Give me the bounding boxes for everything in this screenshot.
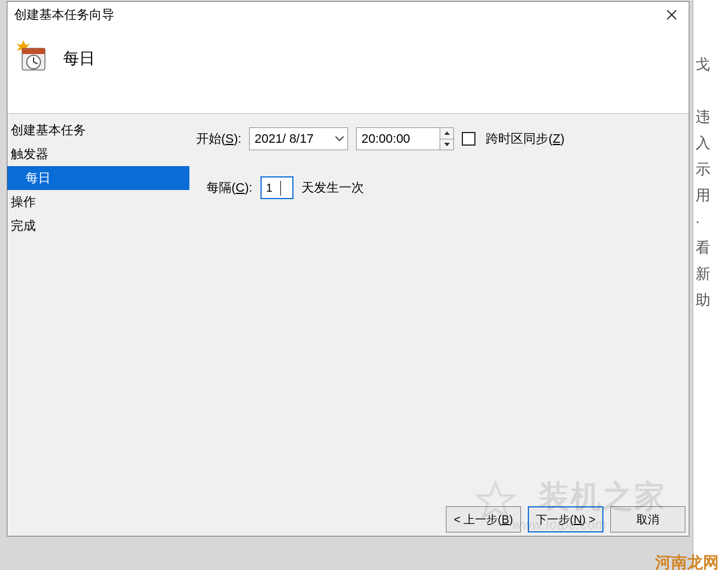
wizard-dialog: 创建基本任务向导 每日 <box>7 1 689 536</box>
time-picker[interactable]: 20:00:00 <box>356 127 454 150</box>
wizard-icon <box>15 39 48 72</box>
banner-title: 每日 <box>63 48 95 69</box>
step-trigger[interactable]: 触发器 <box>7 142 189 166</box>
recur-row: 每隔(C): 1 天发生一次 <box>196 176 680 199</box>
step-finish[interactable]: 完成 <box>7 214 189 238</box>
time-value: 20:00:00 <box>361 131 410 146</box>
next-button[interactable]: 下一步(N) > <box>528 506 603 532</box>
date-value: 2021/ 8/17 <box>254 131 313 146</box>
back-underline: B <box>502 513 509 526</box>
recur-label-underline: C <box>235 180 245 195</box>
recur-label-pre: 每隔( <box>206 180 235 195</box>
footer-buttons: < 上一步(B) 下一步(N) > 取消 <box>446 506 685 532</box>
banner: 每日 <box>7 28 689 113</box>
start-row: 开始(S): 2021/ 8/17 20:00:00 <box>196 127 680 150</box>
sync-label-underline: Z <box>553 131 560 146</box>
start-label-pre: 开始( <box>196 131 225 146</box>
svg-marker-8 <box>444 131 450 135</box>
step-daily[interactable]: 每日 <box>7 166 189 190</box>
recur-suffix: 天发生一次 <box>301 179 364 196</box>
wizard-content: 开始(S): 2021/ 8/17 20:00:00 <box>189 114 689 536</box>
cancel-button[interactable]: 取消 <box>610 506 685 532</box>
back-pre: < 上一步( <box>454 512 502 527</box>
start-label-underline: S <box>225 131 234 146</box>
window-title: 创建基本任务向导 <box>14 6 114 23</box>
spinner-up-button[interactable] <box>440 128 453 139</box>
start-label: 开始(S): <box>196 130 241 147</box>
back-button[interactable]: < 上一步(B) <box>446 506 521 532</box>
triangle-up-icon <box>444 131 450 135</box>
next-pre: 下一步( <box>536 512 574 527</box>
watermark-site: 河南龙网 <box>655 552 719 570</box>
sync-timezone-label[interactable]: 跨时区同步(Z) <box>486 130 564 147</box>
sync-timezone-checkbox[interactable] <box>462 132 475 146</box>
next-underline: N <box>574 513 582 526</box>
svg-rect-4 <box>22 48 45 54</box>
recur-value: 1 <box>266 181 272 195</box>
text-caret <box>280 181 281 196</box>
dialog-body: 创建基本任务 触发器 每日 操作 完成 开始(S): 2021/ 8/17 <box>7 113 689 536</box>
chevron-down-icon <box>334 133 345 144</box>
spinner-down-button[interactable] <box>440 139 453 150</box>
sync-label-pre: 跨时区同步( <box>486 131 552 146</box>
close-icon <box>665 9 678 21</box>
step-create-basic-task[interactable]: 创建基本任务 <box>7 118 189 142</box>
next-post: ) > <box>582 513 595 526</box>
start-label-post: ): <box>234 131 241 146</box>
sync-label-post: ) <box>560 131 564 146</box>
recur-days-input[interactable]: 1 <box>260 176 293 199</box>
recur-label: 每隔(C): <box>206 179 253 196</box>
date-picker[interactable]: 2021/ 8/17 <box>249 127 348 150</box>
step-action[interactable]: 操作 <box>7 190 189 214</box>
wizard-steps: 创建基本任务 触发器 每日 操作 完成 <box>7 114 189 536</box>
svg-marker-9 <box>444 143 450 146</box>
recur-label-post: ): <box>245 180 252 195</box>
close-button[interactable] <box>660 6 683 24</box>
back-post: ) <box>509 513 513 526</box>
background-obscured-text: 戈 违 入 示 用 · 看 新 助 <box>693 0 728 570</box>
time-spinner <box>440 128 453 150</box>
cancel-label: 取消 <box>636 512 659 527</box>
triangle-down-icon <box>444 143 450 146</box>
title-bar: 创建基本任务向导 <box>7 2 689 28</box>
